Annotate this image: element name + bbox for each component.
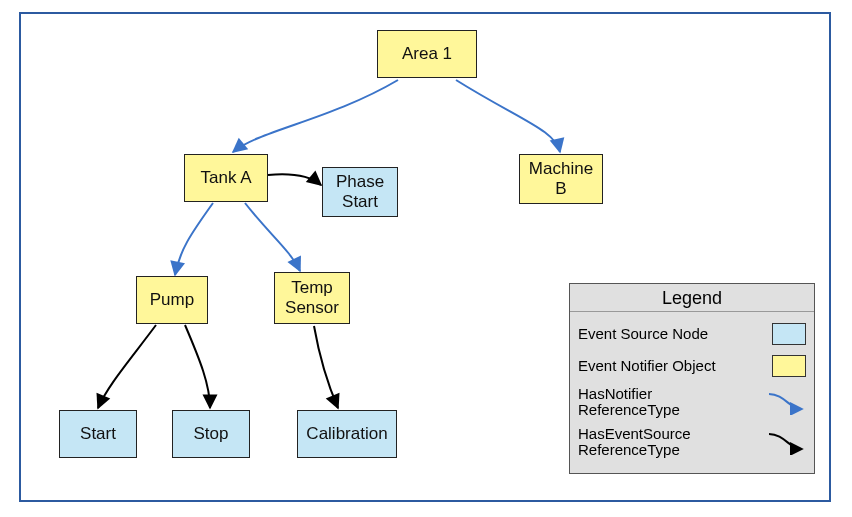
legend-label: Event Notifier Object bbox=[578, 358, 772, 375]
node-temp-sensor: Temp Sensor bbox=[274, 272, 350, 324]
legend-label: HasNotifier ReferenceType bbox=[578, 386, 766, 419]
legend: Legend Event Source Node Event Notifier … bbox=[569, 283, 815, 474]
node-area1: Area 1 bbox=[377, 30, 477, 78]
legend-title: Legend bbox=[570, 284, 814, 312]
node-phase-start: Phase Start bbox=[322, 167, 398, 217]
diagram-canvas: Area 1 Tank A Machine B Phase Start Pump… bbox=[0, 0, 852, 517]
node-label: Calibration bbox=[306, 424, 387, 444]
node-label: Machine B bbox=[524, 159, 598, 198]
node-machine-b: Machine B bbox=[519, 154, 603, 204]
legend-row-event-source: Event Source Node bbox=[570, 318, 814, 350]
node-label: Phase Start bbox=[327, 172, 393, 211]
legend-curve-black-icon bbox=[766, 429, 806, 455]
node-label: Tank A bbox=[200, 168, 251, 188]
node-label: Start bbox=[80, 424, 116, 444]
legend-swatch-blue-icon bbox=[772, 323, 806, 345]
node-label: Area 1 bbox=[402, 44, 452, 64]
node-stop: Stop bbox=[172, 410, 250, 458]
legend-label: Event Source Node bbox=[578, 326, 772, 343]
legend-label: HasEventSource ReferenceType bbox=[578, 426, 766, 459]
legend-row-has-event-source: HasEventSource ReferenceType bbox=[570, 422, 814, 462]
node-tank-a: Tank A bbox=[184, 154, 268, 202]
legend-swatch-yellow-icon bbox=[772, 355, 806, 377]
node-pump: Pump bbox=[136, 276, 208, 324]
node-calibration: Calibration bbox=[297, 410, 397, 458]
node-label: Pump bbox=[150, 290, 194, 310]
legend-row-event-notifier: Event Notifier Object bbox=[570, 350, 814, 382]
legend-row-has-notifier: HasNotifier ReferenceType bbox=[570, 382, 814, 422]
node-start: Start bbox=[59, 410, 137, 458]
node-label: Stop bbox=[194, 424, 229, 444]
node-label: Temp Sensor bbox=[279, 278, 345, 317]
legend-curve-blue-icon bbox=[766, 389, 806, 415]
